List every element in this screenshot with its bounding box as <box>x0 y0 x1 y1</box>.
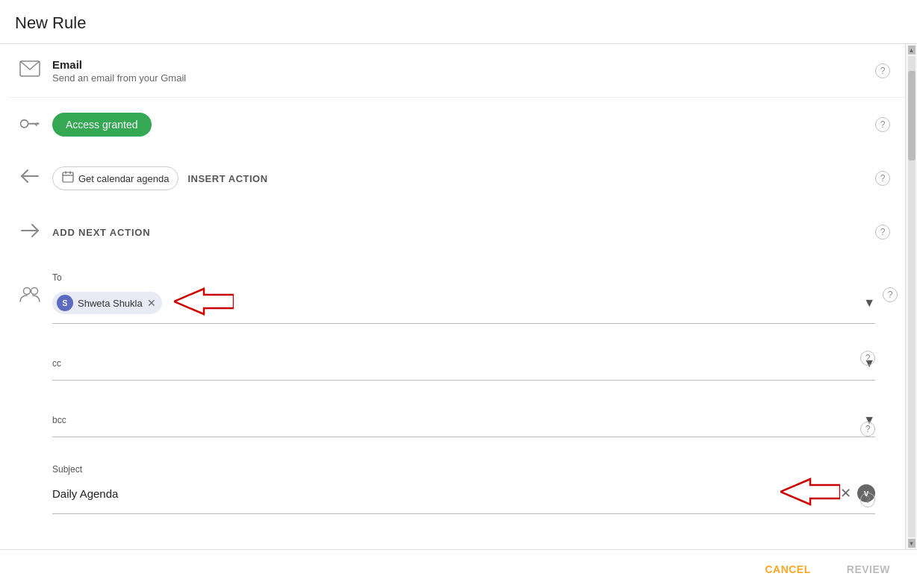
key-icon <box>16 110 43 138</box>
calendar-help[interactable]: ? <box>868 171 898 186</box>
header: New Rule <box>0 0 917 44</box>
form-help-icons: ? ? ? <box>860 351 875 507</box>
back-icon-col <box>7 169 52 188</box>
add-next-label: ADD NEXT ACTION <box>52 227 150 238</box>
bcc-input-row[interactable]: bcc ▼ <box>52 407 875 437</box>
recipient-name: Shweta Shukla <box>78 298 143 309</box>
forward-icon-col <box>7 223 52 241</box>
email-title: Email <box>52 58 868 71</box>
bcc-help-icon[interactable]: ? <box>860 422 875 437</box>
scrollbar[interactable]: ▲ ▼ <box>905 44 917 549</box>
calendar-chip-icon <box>62 171 74 186</box>
email-row: Email Send an email from your Gmail ? <box>7 44 905 98</box>
recipient-avatar: S <box>57 295 73 311</box>
recipient-remove-button[interactable]: ✕ <box>147 297 156 309</box>
subject-help-icon[interactable]: ? <box>860 492 875 507</box>
to-red-arrow <box>174 287 234 319</box>
subject-label: Subject <box>52 464 875 475</box>
bcc-field-row: bcc ▼ <box>52 400 875 442</box>
scrollbar-down-arrow[interactable]: ▼ <box>908 539 916 548</box>
svg-point-1 <box>19 118 30 128</box>
to-input-row[interactable]: S Shweta Shukla ✕ ▼ <box>52 287 875 324</box>
email-help[interactable]: ? <box>868 63 898 78</box>
access-row: Access granted ? <box>7 98 905 151</box>
calendar-chip-label: Get calendar agenda <box>78 173 169 184</box>
cancel-button[interactable]: CANCEL <box>753 557 822 581</box>
users-icon <box>19 286 40 305</box>
insert-action-label[interactable]: INSERT ACTION <box>187 173 267 184</box>
email-subtitle: Send an email from your Gmail <box>52 72 868 84</box>
access-help[interactable]: ? <box>868 117 898 132</box>
to-field-row: To S Shweta Shukla ✕ <box>52 265 875 328</box>
email-content: Email Send an email from your Gmail <box>52 58 868 84</box>
add-next-help[interactable]: ? <box>868 225 898 240</box>
footer: CANCEL REVIEW <box>0 549 917 588</box>
add-next-help-icon[interactable]: ? <box>875 225 890 240</box>
svg-marker-13 <box>174 289 234 314</box>
to-label: To <box>52 272 875 283</box>
users-form: To S Shweta Shukla ✕ <box>52 265 875 522</box>
main-content: Email Send an email from your Gmail ? <box>0 44 917 549</box>
add-next-content: ADD NEXT ACTION <box>52 225 868 239</box>
add-next-action-row: ADD NEXT ACTION ? <box>7 205 905 259</box>
svg-point-11 <box>24 288 31 295</box>
forward-arrow-icon <box>20 223 40 241</box>
email-help-icon[interactable]: ? <box>875 63 890 78</box>
scrollbar-up-arrow[interactable]: ▲ <box>908 46 916 54</box>
svg-point-12 <box>31 288 38 295</box>
subject-input-row[interactable]: Daily Agenda ✕ v <box>52 478 875 514</box>
page-wrapper: New Rule <box>0 0 917 588</box>
bcc-label: bcc <box>52 415 66 425</box>
calendar-action-row: Get calendar agenda INSERT ACTION ? <box>7 151 905 205</box>
svg-rect-6 <box>63 172 73 182</box>
subject-value: Daily Agenda <box>52 487 774 500</box>
subject-field-row: Subject Daily Agenda ✕ v <box>52 457 875 519</box>
cc-field-row: cc ▼ <box>52 343 875 385</box>
scrollbar-thumb[interactable] <box>908 71 916 160</box>
svg-marker-14 <box>780 479 840 504</box>
back-arrow-icon <box>20 169 40 188</box>
key-icon-col <box>7 114 52 136</box>
calendar-chip[interactable]: Get calendar agenda <box>52 166 178 190</box>
email-icon <box>19 60 40 81</box>
svg-line-4 <box>37 122 38 123</box>
email-icon-col <box>7 60 52 81</box>
page-title: New Rule <box>15 13 902 33</box>
scrollbar-track[interactable] <box>908 56 916 537</box>
access-help-icon[interactable]: ? <box>875 117 890 132</box>
to-dropdown-arrow[interactable]: ▼ <box>863 296 875 310</box>
calendar-action-content: Get calendar agenda INSERT ACTION <box>52 166 868 190</box>
review-button[interactable]: REVIEW <box>835 557 902 581</box>
users-form-row: To S Shweta Shukla ✕ <box>7 259 905 528</box>
access-badge: Access granted <box>52 113 152 137</box>
access-content: Access granted <box>52 118 868 131</box>
to-help-icon[interactable]: ? <box>883 287 898 302</box>
subject-red-arrow <box>780 478 840 509</box>
cc-input-row[interactable]: cc ▼ <box>52 351 875 381</box>
cc-help-icon[interactable]: ? <box>860 351 875 366</box>
calendar-help-icon[interactable]: ? <box>875 171 890 186</box>
recipient-chip: S Shweta Shukla ✕ <box>52 292 162 314</box>
users-help-col: ? <box>875 265 905 302</box>
users-icon-col <box>7 265 52 305</box>
subject-clear-button[interactable]: ✕ <box>840 485 851 501</box>
content-area: Email Send an email from your Gmail ? <box>0 44 905 549</box>
cc-label: cc <box>52 358 61 369</box>
